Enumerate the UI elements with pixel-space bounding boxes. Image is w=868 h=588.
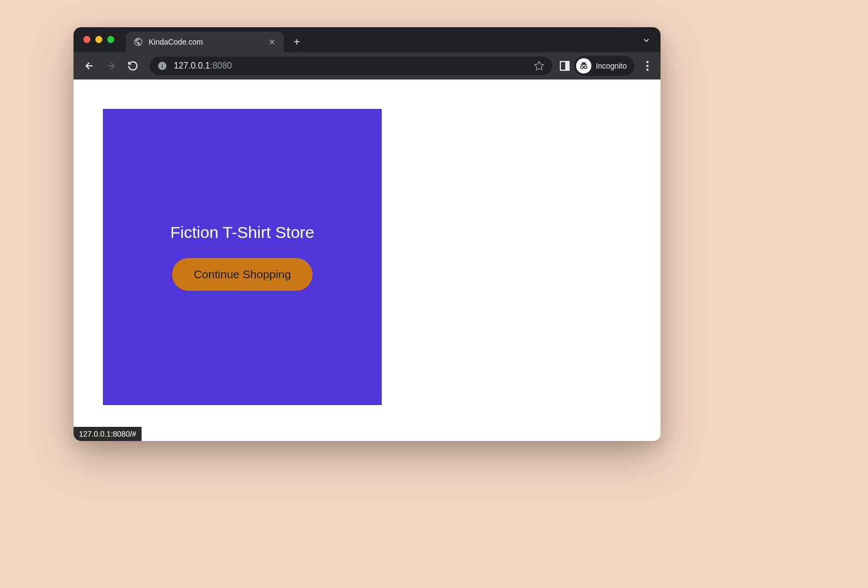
side-panel-icon[interactable] bbox=[560, 61, 570, 71]
forward-button[interactable] bbox=[102, 57, 120, 75]
window-controls bbox=[83, 36, 114, 43]
maximize-window-button[interactable] bbox=[107, 36, 114, 43]
close-tab-button[interactable]: ✕ bbox=[267, 38, 276, 46]
new-tab-button[interactable]: + bbox=[289, 34, 304, 50]
incognito-label: Incognito bbox=[596, 62, 627, 70]
svg-point-3 bbox=[580, 66, 583, 69]
svg-point-4 bbox=[584, 66, 587, 69]
page-content: Fiction T-Shirt Store Continue Shopping … bbox=[74, 79, 661, 441]
reload-button[interactable] bbox=[124, 57, 142, 75]
browser-window: KindaCode.com ✕ + 127.0.0.1:8080 bbox=[74, 27, 661, 441]
minimize-window-button[interactable] bbox=[95, 36, 102, 43]
toolbar: 127.0.0.1:8080 Incognito bbox=[74, 52, 661, 79]
toolbar-right: Incognito bbox=[560, 56, 654, 76]
svg-marker-2 bbox=[535, 62, 544, 70]
more-menu-button[interactable] bbox=[641, 57, 654, 75]
site-info-icon[interactable] bbox=[157, 61, 167, 71]
url-port: :8080 bbox=[210, 61, 232, 70]
bookmark-button[interactable] bbox=[534, 60, 545, 71]
status-bar: 127.0.0.1:8080/# bbox=[74, 427, 142, 441]
card-title: Fiction T-Shirt Store bbox=[170, 223, 315, 242]
tab-title: KindaCode.com bbox=[149, 38, 262, 46]
titlebar: KindaCode.com ✕ + bbox=[74, 27, 661, 52]
incognito-icon bbox=[576, 58, 591, 74]
continue-shopping-button[interactable]: Continue Shopping bbox=[172, 258, 313, 291]
address-bar[interactable]: 127.0.0.1:8080 bbox=[150, 57, 552, 75]
tabs-dropdown-button[interactable] bbox=[642, 36, 651, 47]
close-window-button[interactable] bbox=[83, 36, 90, 43]
url-text: 127.0.0.1:8080 bbox=[174, 61, 527, 71]
globe-icon bbox=[133, 37, 143, 47]
browser-tab[interactable]: KindaCode.com ✕ bbox=[126, 32, 284, 52]
url-host: 127.0.0.1 bbox=[174, 61, 210, 70]
store-card: Fiction T-Shirt Store Continue Shopping bbox=[103, 109, 382, 405]
incognito-badge[interactable]: Incognito bbox=[574, 56, 634, 76]
back-button[interactable] bbox=[80, 57, 99, 75]
